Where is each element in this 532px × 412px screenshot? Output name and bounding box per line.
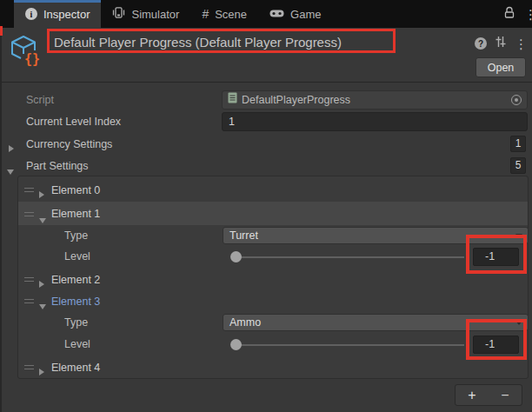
annotation-artifact bbox=[0, 26, 3, 36]
foldout-collapsed-icon[interactable] bbox=[39, 276, 44, 291]
add-element-button[interactable]: + bbox=[456, 385, 489, 405]
grid-icon: # bbox=[202, 7, 209, 21]
tab-scene[interactable]: # Scene bbox=[190, 0, 258, 28]
gamepad-icon bbox=[269, 8, 284, 21]
device-icon bbox=[112, 6, 125, 22]
drag-handle-icon[interactable] bbox=[24, 277, 34, 283]
foldout-collapsed-icon[interactable] bbox=[39, 363, 44, 379]
chevron-down-icon bbox=[515, 234, 522, 238]
tab-simulator[interactable]: Simulator bbox=[101, 0, 190, 28]
type-dropdown[interactable]: Turret bbox=[223, 227, 529, 244]
info-icon: i bbox=[25, 8, 37, 20]
currency-settings-foldout[interactable]: Currency Settings bbox=[26, 135, 112, 154]
current-level-label: Current Level Index bbox=[26, 112, 121, 131]
foldout-expanded-icon[interactable] bbox=[39, 297, 46, 313]
inspector-header: {} Default Player Progress (Default Play… bbox=[0, 28, 532, 83]
scriptable-object-icon: {} bbox=[7, 33, 40, 70]
drag-handle-icon[interactable] bbox=[24, 365, 34, 371]
tab-inspector[interactable]: i Inspector bbox=[14, 0, 101, 28]
level-slider[interactable] bbox=[236, 256, 464, 258]
chevron-down-icon bbox=[515, 321, 522, 325]
tab-label: Scene bbox=[215, 8, 247, 21]
level-slider-knob[interactable] bbox=[230, 339, 242, 350]
object-picker-icon[interactable] bbox=[511, 95, 522, 105]
parts-count-field[interactable]: 5 bbox=[510, 157, 526, 174]
tab-label: Game bbox=[290, 8, 321, 21]
level-value-input[interactable]: -1 bbox=[473, 336, 519, 354]
script-object-field[interactable]: DefaultPlayerProgress bbox=[222, 90, 528, 110]
type-value: Ammo bbox=[229, 316, 261, 329]
level-slider[interactable] bbox=[236, 344, 464, 346]
unity-inspector-window: i Inspector Simulator # Scene Game ⋮ bbox=[0, 0, 532, 412]
foldout-collapsed-icon[interactable] bbox=[9, 140, 14, 156]
drag-handle-icon[interactable] bbox=[24, 299, 34, 305]
window-edge bbox=[0, 28, 2, 412]
current-level-input[interactable]: 1 bbox=[222, 112, 528, 131]
foldout-expanded-icon[interactable] bbox=[7, 163, 14, 178]
level-label: Level bbox=[64, 335, 90, 355]
type-label: Type bbox=[64, 226, 88, 246]
help-icon[interactable]: ? bbox=[475, 37, 487, 50]
tab-label: Simulator bbox=[131, 8, 179, 21]
element-1-type-row: Type Turret bbox=[18, 226, 528, 246]
list-footer: + − bbox=[455, 384, 522, 406]
svg-text:{}: {} bbox=[24, 51, 40, 66]
type-dropdown[interactable]: Ammo bbox=[223, 314, 529, 331]
element-row-0[interactable]: Element 0 bbox=[18, 179, 528, 202]
element-row-2[interactable]: Element 2 bbox=[18, 269, 528, 291]
drag-handle-icon[interactable] bbox=[24, 212, 34, 218]
unlock-icon[interactable] bbox=[503, 6, 515, 23]
level-value-input[interactable]: -1 bbox=[473, 248, 519, 266]
tab-game[interactable]: Game bbox=[258, 0, 332, 28]
type-label: Type bbox=[64, 313, 88, 333]
remove-element-button[interactable]: − bbox=[489, 385, 522, 405]
kebab-menu-icon[interactable]: ⋮ bbox=[515, 37, 528, 50]
kebab-menu-icon[interactable]: ⋮ bbox=[524, 8, 532, 21]
foldout-collapsed-icon[interactable] bbox=[39, 186, 44, 202]
currency-count-field[interactable]: 1 bbox=[510, 136, 526, 152]
script-label: Script bbox=[26, 90, 54, 110]
tab-bar: i Inspector Simulator # Scene Game ⋮ bbox=[0, 0, 532, 28]
element-label: Element 2 bbox=[51, 269, 100, 291]
element-3-level-row: Level -1 bbox=[18, 335, 528, 355]
object-title: Default Player Progress (Default Player … bbox=[54, 35, 342, 50]
level-slider-knob[interactable] bbox=[230, 251, 242, 262]
element-3-type-row: Type Ammo bbox=[18, 313, 528, 333]
tab-label: Inspector bbox=[43, 8, 90, 21]
element-1-level-row: Level -1 bbox=[18, 247, 528, 267]
presets-icon[interactable] bbox=[495, 36, 507, 51]
csharp-script-icon bbox=[228, 91, 237, 109]
drag-handle-icon[interactable] bbox=[24, 188, 34, 194]
level-label: Level bbox=[64, 247, 90, 267]
part-settings-list: Element 0 Element 1 Type Turret Level -1… bbox=[17, 176, 529, 379]
open-button[interactable]: Open bbox=[475, 57, 526, 77]
element-label: Element 4 bbox=[51, 356, 100, 379]
script-name: DefaultPlayerProgress bbox=[242, 91, 507, 109]
type-value: Turret bbox=[229, 229, 258, 242]
element-label: Element 1 bbox=[51, 203, 100, 225]
element-row-3[interactable]: Element 3 bbox=[18, 290, 528, 313]
element-label: Element 3 bbox=[51, 290, 100, 313]
element-row-1[interactable]: Element 1 bbox=[18, 202, 528, 225]
part-settings-foldout[interactable]: Part Settings bbox=[26, 156, 89, 176]
foldout-expanded-icon[interactable] bbox=[39, 211, 46, 227]
element-label: Element 0 bbox=[51, 179, 100, 202]
element-row-4[interactable]: Element 4 bbox=[18, 356, 528, 379]
